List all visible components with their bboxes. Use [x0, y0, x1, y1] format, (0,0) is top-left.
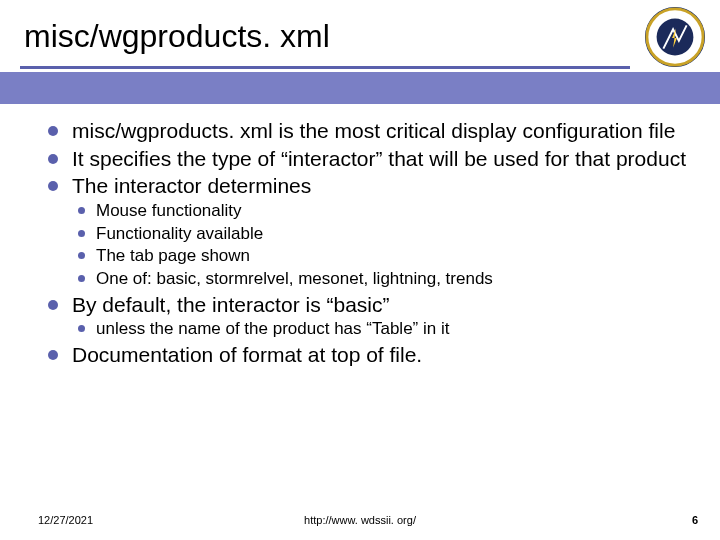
bullet-text: misc/wgproducts. xml is the most critica… — [72, 119, 675, 142]
bullet-text: It specifies the type of “interactor” th… — [72, 147, 686, 170]
bullet-item: By default, the interactor is “basic” un… — [44, 292, 692, 340]
svg-point-2 — [657, 19, 694, 56]
bullet-item: Documentation of format at top of file. — [44, 342, 692, 368]
bullet-text: Documentation of format at top of file. — [72, 343, 422, 366]
nssl-logo — [644, 6, 706, 68]
sub-bullet-text: Mouse functionality — [96, 201, 242, 220]
footer-date: 12/27/2021 — [38, 514, 93, 526]
sub-bullet-item: Functionality available — [72, 224, 692, 245]
bullet-item: It specifies the type of “interactor” th… — [44, 146, 692, 172]
slide-body: misc/wgproducts. xml is the most critica… — [44, 118, 692, 370]
slide-title: misc/wgproducts. xml — [24, 18, 330, 55]
bullet-item: misc/wgproducts. xml is the most critica… — [44, 118, 692, 144]
sub-bullet-item: unless the name of the product has “Tabl… — [72, 319, 692, 340]
header-accent-bar — [0, 72, 720, 104]
sub-bullet-text: The tab page shown — [96, 246, 250, 265]
footer-url: http://www. wdssii. org/ — [0, 514, 720, 526]
title-underline — [20, 66, 630, 69]
footer-page-number: 6 — [692, 514, 698, 526]
bullet-text: By default, the interactor is “basic” — [72, 293, 389, 316]
sub-bullet-text: One of: basic, stormrelvel, mesonet, lig… — [96, 269, 493, 288]
sub-bullet-text: Functionality available — [96, 224, 263, 243]
sub-bullet-item: One of: basic, stormrelvel, mesonet, lig… — [72, 269, 692, 290]
bullet-item: The interactor determines Mouse function… — [44, 173, 692, 290]
sub-bullet-item: Mouse functionality — [72, 201, 692, 222]
sub-bullet-item: The tab page shown — [72, 246, 692, 267]
bullet-text: The interactor determines — [72, 174, 311, 197]
slide-footer: 12/27/2021 http://www. wdssii. org/ 6 — [0, 514, 720, 526]
sub-bullet-text: unless the name of the product has “Tabl… — [96, 319, 449, 338]
